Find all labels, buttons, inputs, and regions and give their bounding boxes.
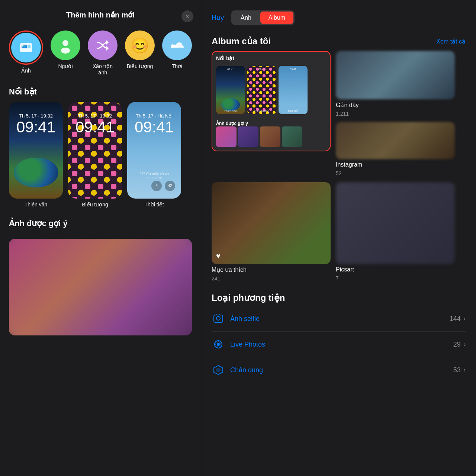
preview-thoi-tiet[interactable]: Th 5, 17 · Hà Nội 09:41 27° Có mây và có…: [127, 102, 181, 208]
right-header: Hủy Ảnh Album: [201, 0, 476, 31]
xao-tron-icon-circle: [88, 30, 118, 60]
flowers-time: 09:41: [68, 118, 122, 136]
category-xao-tron[interactable]: Xáo trộnảnh: [88, 30, 118, 76]
anh-icon-circle: [11, 33, 41, 62]
album-instagram[interactable]: Instagram 52: [336, 122, 455, 176]
live-left: Live Photos: [212, 338, 265, 351]
weather-num1: 42: [165, 181, 175, 191]
preview-bieu-tuong[interactable]: Th 5, 17 · 19:32 09:41 Biểu tượng: [68, 102, 122, 208]
mini-weather-label: Thời tiết: [279, 109, 308, 113]
anh-label: Ảnh: [21, 68, 31, 74]
gan-day-title: Gần đây: [336, 102, 455, 109]
chan-dung-chevron: ›: [464, 367, 466, 373]
suggested-title: Ảnh được gợi ý: [9, 219, 192, 234]
thoi-tiet-label: Thời tiết: [144, 202, 164, 208]
picsart-title: Picsart: [336, 266, 455, 273]
bieu-tuong-icon-circle: 😊: [125, 30, 155, 60]
svg-point-4: [22, 45, 23, 46]
live-count: 29: [453, 341, 461, 348]
media-chan-dung[interactable]: Chân dung 53 ›: [212, 357, 466, 383]
svg-point-5: [62, 40, 68, 46]
right-top-col: Gần đây 1.211 Instagram 52: [336, 51, 455, 176]
sug-thumb-2: [238, 126, 258, 147]
selfie-label: Ảnh selfie: [230, 315, 260, 323]
weather-detail: 27° Có mây và có comment: [127, 172, 181, 180]
tab-group: Ảnh Album: [231, 10, 295, 25]
selfie-right: 144 ›: [450, 315, 466, 323]
thoi-tiet-icon-circle: [162, 30, 192, 60]
sug-thumb-1: [216, 126, 237, 147]
suggested-row: Ảnh được gợi ý: [216, 120, 326, 147]
category-bieu-tuong[interactable]: 😊 Biểu tượng: [125, 30, 155, 76]
svg-point-11: [217, 343, 220, 346]
tab-album[interactable]: Album: [260, 12, 293, 24]
left-panel: Thêm hình nền mới ✕ Ảnh: [0, 0, 201, 476]
suggested-section: Ảnh được gợi ý: [0, 215, 201, 335]
ua-thich-count: 241: [212, 276, 331, 282]
category-anh[interactable]: Ảnh: [9, 30, 43, 76]
category-icon-row: Ảnh Người Xáo trộnảnh: [0, 27, 201, 83]
instagram-title: Instagram: [336, 161, 455, 168]
chan-dung-icon: [212, 363, 225, 377]
album-ua-thich[interactable]: ♥ Mục ưa thích 241: [212, 182, 331, 282]
ua-thich-title: Mục ưa thích: [212, 266, 331, 273]
preview-thien-van[interactable]: Th 5, 17 · 19:32 09:41 Thiên văn: [9, 102, 63, 208]
media-type-list: Ảnh selfie 144 › Live Photos 29: [201, 306, 476, 383]
close-button[interactable]: ✕: [181, 10, 193, 22]
live-icon: [212, 338, 225, 351]
live-label: Live Photos: [230, 341, 265, 348]
thoi-label: Thời: [172, 63, 182, 69]
sug-thumb-4: [282, 126, 302, 147]
modal-title: Thêm hình nền mới: [66, 10, 135, 19]
mini-weather-time: 09:41: [279, 68, 308, 71]
tab-anh[interactable]: Ảnh: [232, 12, 260, 24]
album-gan-day[interactable]: Gần đây 1.211: [336, 51, 455, 117]
instagram-count: 52: [336, 170, 455, 176]
album-cua-toi-title: Album của tôi: [212, 36, 271, 46]
mini-earth-time: 09:41: [216, 68, 245, 71]
album-noi-bat[interactable]: Nổi bật 09:41 Thiên văn 09:41 Biểu tượng…: [212, 51, 331, 176]
category-thoi-tiet[interactable]: Thời: [162, 30, 192, 76]
selfie-chevron: ›: [464, 315, 466, 322]
flowers-date: Th 5, 17 · 19:32: [68, 113, 122, 119]
chan-dung-left: Chân dung: [212, 363, 263, 377]
earth-globe: [14, 158, 58, 187]
category-nguoi[interactable]: Người: [51, 30, 80, 76]
loai-section-title: Loại phương tiện: [201, 287, 476, 306]
bieu-tuong-preview-label: Biểu tượng: [82, 202, 108, 208]
bieu-tuong-label: Biểu tượng: [127, 63, 153, 69]
huy-button[interactable]: Hủy: [212, 14, 224, 22]
phone-preview-flowers: Th 5, 17 · 19:32 09:41: [68, 102, 122, 199]
media-live-photos[interactable]: Live Photos 29 ›: [212, 332, 466, 357]
left-header: Thêm hình nền mới ✕: [0, 0, 201, 27]
chan-dung-count: 53: [453, 366, 461, 374]
see-all-button[interactable]: Xem tất cả: [436, 38, 466, 45]
album-picsart[interactable]: Picsart 7: [336, 182, 455, 282]
weather-time: 09:41: [127, 118, 181, 136]
phone-preview-weather: Th 5, 17 · Hà Nội 09:41 27° Có mây và có…: [127, 102, 181, 199]
thien-van-label: Thiên văn: [25, 202, 47, 208]
suggested-mini-strip: [216, 126, 326, 147]
mini-flowers-pattern: [247, 66, 276, 114]
suggested-image[interactable]: [9, 239, 192, 335]
svg-rect-3: [28, 45, 30, 48]
suggested-blur-overlay: [9, 239, 192, 335]
sug-thumb-3: [260, 126, 280, 147]
nguoi-label: Người: [58, 63, 73, 69]
picsart-count: 7: [336, 275, 455, 281]
chan-dung-label: Chân dung: [230, 366, 263, 374]
live-chevron: ›: [464, 341, 466, 348]
heart-icon: ♥: [216, 252, 221, 260]
album-section-header: Album của tôi Xem tất cả: [201, 31, 476, 51]
chan-dung-right: 53 ›: [453, 366, 466, 374]
ua-thich-thumb: ♥: [212, 182, 331, 264]
media-selfie[interactable]: Ảnh selfie 144 ›: [212, 306, 466, 332]
mini-earth-label: Thiên văn: [216, 109, 245, 113]
weather-num2: 6: [151, 181, 162, 191]
mini-earth: 09:41 Thiên văn: [216, 66, 245, 114]
earth-date: Th 5, 17 · 19:32: [9, 113, 63, 119]
mini-weather-phone: 09:41 Thời tiết: [279, 66, 308, 114]
live-right: 29 ›: [453, 341, 466, 348]
mini-flowers-time: 09:41: [247, 68, 276, 71]
selfie-left: Ảnh selfie: [212, 312, 260, 325]
